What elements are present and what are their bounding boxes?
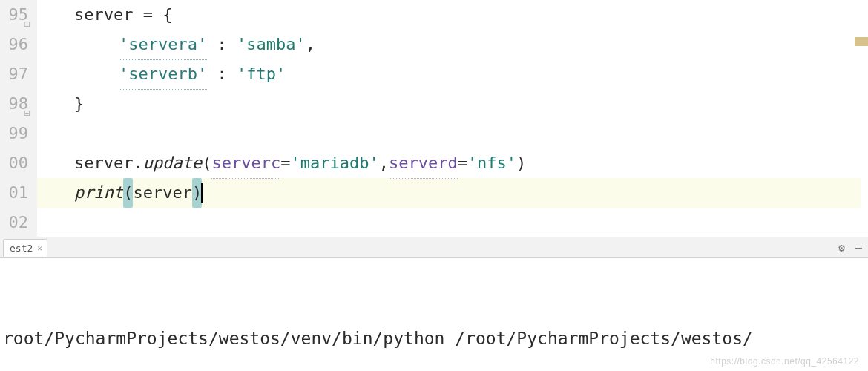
code-content[interactable]: ⊟ server = { 'servera' : 'samba', 'serve… bbox=[37, 0, 868, 237]
punctuation: : bbox=[207, 30, 237, 59]
punctuation: ( bbox=[202, 148, 211, 178]
dict-key: 'serverb' bbox=[119, 59, 207, 90]
code-line[interactable]: ⊟ } bbox=[37, 89, 868, 119]
paren-close: ) bbox=[192, 178, 202, 208]
fold-marker-icon[interactable]: ⊟ bbox=[24, 9, 30, 39]
punctuation: ) bbox=[516, 148, 526, 178]
punctuation: = bbox=[280, 148, 290, 178]
run-tool-window: est2 ✕ ⚙ — root/PycharmProjects/westos/v… bbox=[0, 237, 868, 371]
line-number: 01 bbox=[0, 178, 28, 208]
punctuation: . bbox=[133, 148, 142, 178]
builtin-call: print bbox=[74, 178, 123, 208]
console-line: root/PycharmProjects/westos/venv/bin/pyt… bbox=[3, 324, 865, 353]
line-number: 02 bbox=[0, 208, 28, 237]
run-tab[interactable]: est2 ✕ bbox=[3, 239, 47, 257]
variable: server bbox=[74, 148, 133, 178]
minimap-marker bbox=[855, 37, 868, 46]
paren-open: ( bbox=[123, 178, 133, 208]
minimize-icon[interactable]: — bbox=[855, 241, 862, 255]
variable: server bbox=[74, 0, 133, 30]
run-tab-label: est2 bbox=[10, 243, 33, 254]
code-editor: 95 96 97 98 99 00 01 02 ⊟ server = { 'se… bbox=[0, 0, 868, 237]
code-line[interactable]: server.update(serverc='mariadb',serverd=… bbox=[37, 148, 868, 178]
run-tab-bar: est2 ✕ ⚙ — bbox=[0, 237, 868, 258]
string-literal: 'mariadb' bbox=[290, 148, 378, 178]
code-line[interactable]: ⊟ server = { bbox=[37, 0, 868, 30]
tool-window-actions: ⚙ — bbox=[838, 241, 862, 255]
code-line[interactable]: 'servera' : 'samba', bbox=[37, 30, 868, 59]
method-name: update bbox=[143, 148, 202, 178]
code-line-current[interactable]: print(server) bbox=[37, 178, 861, 208]
line-number: 97 bbox=[0, 59, 28, 89]
punctuation: } bbox=[74, 89, 84, 119]
punctuation: , bbox=[306, 30, 315, 59]
code-area: 95 96 97 98 99 00 01 02 ⊟ server = { 'se… bbox=[0, 0, 868, 237]
kwarg-name: serverd bbox=[389, 148, 458, 179]
fold-marker-icon[interactable]: ⊟ bbox=[24, 98, 30, 128]
punctuation: : bbox=[207, 59, 237, 89]
gear-icon[interactable]: ⚙ bbox=[838, 241, 845, 255]
kwarg-name: serverc bbox=[211, 148, 280, 179]
text-cursor bbox=[201, 183, 203, 203]
gutter: 95 96 97 98 99 00 01 02 bbox=[0, 0, 37, 237]
punctuation: = { bbox=[133, 0, 172, 30]
variable: server bbox=[133, 178, 191, 208]
line-number: 00 bbox=[0, 148, 28, 178]
code-line[interactable]: 'serverb' : 'ftp' bbox=[37, 59, 868, 89]
close-icon[interactable]: ✕ bbox=[37, 243, 42, 253]
code-line[interactable] bbox=[37, 208, 868, 237]
string-literal: 'samba' bbox=[237, 30, 306, 59]
console-output[interactable]: root/PycharmProjects/westos/venv/bin/pyt… bbox=[0, 258, 868, 371]
string-literal: 'nfs' bbox=[467, 148, 516, 178]
code-line[interactable] bbox=[37, 119, 868, 148]
string-literal: 'ftp' bbox=[237, 59, 286, 89]
watermark-text: https://blog.csdn.net/qq_42564122 bbox=[710, 356, 859, 367]
punctuation: = bbox=[458, 148, 467, 178]
punctuation: , bbox=[379, 148, 389, 178]
dict-key: 'servera' bbox=[119, 30, 207, 60]
